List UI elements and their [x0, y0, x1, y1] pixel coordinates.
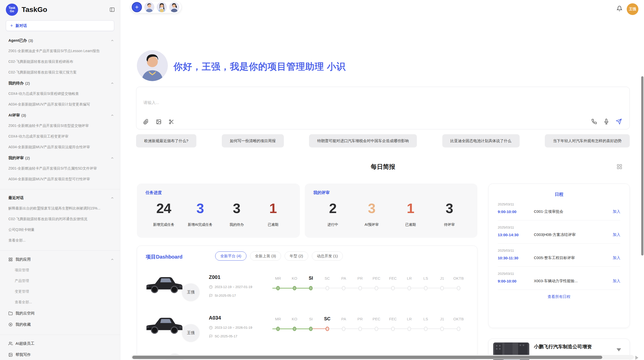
task-item[interactable]: Z001-全新燃油轻卡产品开发项目SI造型提交物评审 [0, 121, 120, 131]
scroll-right-arrow[interactable] [635, 356, 638, 360]
briefing-layout-icon[interactable] [617, 164, 622, 170]
chevron-up-icon[interactable] [110, 39, 114, 42]
milestone-node [358, 327, 362, 331]
chevron-up-icon[interactable] [110, 258, 114, 261]
new-chat-button[interactable]: + 新对话 [6, 20, 114, 31]
recent-chat-item[interactable]: 解释最新出台的欧盟报废车法规再生塑料比例被调到15%... [0, 203, 120, 214]
milestone-node-done [276, 286, 280, 290]
schedule-time: 9:00-10:00 [498, 209, 534, 214]
composer-attachments [143, 119, 174, 125]
project-row[interactable]: 王强 A034 2023-12-19 ~ 2026-01-19 SC-2025-… [137, 311, 477, 352]
image-upload-icon[interactable] [156, 119, 162, 125]
task-item[interactable]: Z001-全新燃油皮卡产品开发项目SI节点Lesson Learn报告 [0, 46, 120, 56]
stat-value: 1 [391, 199, 430, 217]
tab-model-year[interactable]: 年型 (2) [285, 251, 308, 261]
app-item-product-mgmt[interactable]: 产品管理 [0, 276, 120, 286]
assistant-avatar-2[interactable] [157, 2, 167, 12]
project-next-milestone: SC-2025-05-17 [209, 334, 237, 338]
milestone-node [407, 286, 411, 290]
join-meeting-link[interactable]: 加入 [613, 232, 620, 237]
tab-powertrain[interactable]: 动总开发 (1) [312, 251, 343, 261]
task-item[interactable]: C02-飞腾新能源轻客改款项目里程碑画布 [0, 56, 120, 67]
chevron-up-icon[interactable] [110, 196, 114, 200]
sidebar-item-my-favorites[interactable]: 我的收藏 [0, 319, 120, 330]
vertical-scrollbar-thumb[interactable] [641, 76, 643, 256]
assistant-avatar-1[interactable] [144, 2, 154, 12]
recent-chats-header[interactable]: 最近对话 [0, 192, 120, 203]
recent-view-all-link[interactable]: 查看全部... [0, 235, 120, 246]
sidebar-collapse-icon[interactable] [109, 7, 115, 12]
task-item[interactable]: C0X4-动力总成开发项目工程变更评审 [0, 131, 120, 142]
sidebar-item-help-write[interactable]: 帮我写作 [0, 349, 120, 360]
card-title: 我的评审 [313, 190, 469, 196]
task-item[interactable]: A034-全新新能源MUV产品开发项目计划变更表编写 [0, 99, 120, 110]
my-apps-label: 我的应用 [16, 257, 108, 262]
stat-in-progress: 2 进行中 [313, 199, 352, 227]
milestone-timeline: MR KO SI SC PA PR PEC FEC LR LS J1 OKTB [270, 315, 467, 333]
suggestion-chip[interactable]: 比亚迪全固态电池计划具体说了什么 [442, 134, 520, 147]
suggestion-chip[interactable]: 如何写一份清晰的项目周报 [222, 134, 284, 147]
sidebar-item-my-cloud[interactable]: 我的云空间 [0, 308, 120, 319]
join-meeting-link[interactable]: 加入 [613, 279, 620, 283]
tab-new-platform[interactable]: 全新平台 (4) [215, 251, 246, 261]
milestone-node [440, 286, 444, 290]
recent-chat-item[interactable]: 公司Q3轻卡销量 [0, 224, 120, 235]
suggestion-chip[interactable]: 当下年轻人对汽车外观有怎样的喜好趋势 [545, 134, 630, 147]
task-item[interactable]: C02-飞腾新能源轻客改款项目立项汇报方案 [0, 67, 120, 78]
card-title: 任务进度 [145, 190, 291, 196]
chevron-up-icon[interactable] [110, 113, 114, 117]
task-item[interactable]: A034-全新新能源MUV产品开发项目法规符合性评审 [0, 142, 120, 153]
assistant-avatar-3[interactable] [169, 2, 179, 12]
milestone-node [391, 327, 395, 331]
app-item-project-mgmt[interactable]: 项目管理 [0, 265, 120, 276]
group-header-ai-review[interactable]: AI评审 (3) [0, 110, 120, 121]
task-item[interactable]: Z001-全新燃油轻卡产品开发项目SI节点属性5D文件评审 [0, 163, 120, 174]
stat-ai-done: 3 新增AI完成任务 [182, 199, 218, 227]
suggestion-chips: 欧洲新规最近颁布了什么? 如何写一份清晰的项目周报 特朗普可能对进口汽车增税会对… [136, 134, 630, 147]
schedule-item: 2025/03/11 13:00-14:30 C003|H0B-方案冻结评审 加… [498, 220, 620, 244]
milestone-label: SI [309, 317, 313, 321]
chevron-up-icon[interactable] [110, 156, 114, 160]
schedule-event-title: X003-车辆动力学性能验... [534, 279, 613, 283]
join-meeting-link[interactable]: 加入 [613, 209, 620, 214]
milestone-label-current: SC [324, 316, 330, 322]
app-item-change-mgmt[interactable]: 变更管理 [0, 286, 120, 297]
clock-icon [209, 285, 213, 289]
project-row[interactable]: 王强 Z001 2023-12-19 ~ 2027-01-19 SI-2025-… [137, 270, 477, 311]
microphone-icon[interactable] [604, 119, 609, 124]
milestone-timeline: MR KO SI SC PA PR PEC FEC LR LS J1 OKTB [270, 274, 467, 292]
schedule-date: 2025/03/11 [498, 272, 620, 276]
chevron-up-icon[interactable] [110, 81, 114, 85]
apps-view-all-link[interactable]: 查看全部... [0, 297, 120, 308]
milestone-node-done [276, 327, 280, 331]
add-assistant-button[interactable]: + [132, 2, 142, 12]
flag-icon [209, 335, 213, 338]
tab-new-body[interactable]: 全新上装 (3) [250, 251, 281, 261]
recent-chat-item[interactable]: C02-飞腾新能源轻客改款项目的闭环通告反馈情况 [0, 214, 120, 224]
suggestion-chip[interactable]: 特朗普可能对进口汽车增税会对中国车企造成哪些影响 [309, 134, 417, 147]
group-header-my-review[interactable]: 我的评审 (2) [0, 153, 120, 163]
sidebar-item-ai-employee[interactable]: AI超级员工 [0, 338, 120, 349]
horizontal-scrollbar-thumb[interactable] [132, 356, 602, 359]
group-header-my-todo[interactable]: 我的待办 (2) [0, 78, 120, 88]
scissors-icon[interactable] [169, 119, 174, 125]
user-avatar[interactable]: 王强 [627, 3, 638, 15]
join-meeting-link[interactable]: 加入 [613, 256, 620, 260]
sidebar-item-my-apps[interactable]: 我的应用 [0, 254, 120, 265]
task-item[interactable]: A034-全新新能源MUV产品开发项目造型可行性评审 [0, 174, 120, 185]
scroll-down-arrow[interactable] [617, 348, 621, 351]
phone-call-icon[interactable] [591, 119, 597, 124]
task-item[interactable]: C0X4-动力总成开发项目SI里程碑提交物检查 [0, 88, 120, 99]
group-header-agent-done[interactable]: Agent已办 (3) [0, 35, 120, 46]
star-badge-icon [8, 322, 13, 327]
notifications-bell-icon[interactable] [617, 6, 622, 11]
milestone-label: FEC [389, 317, 397, 321]
chat-input[interactable] [143, 100, 525, 115]
project-date-range: 2023-12-19 ~ 2027-01-19 [215, 285, 252, 289]
paperclip-icon[interactable] [143, 119, 149, 125]
view-all-schedule-link[interactable]: 查看所有日程 [498, 294, 620, 299]
suggestion-chip[interactable]: 欧洲新规最近颁布了什么? [136, 134, 196, 147]
composer-actions [591, 118, 622, 125]
send-icon[interactable] [616, 118, 622, 125]
project-dates: 2023-12-19 ~ 2026-01-19 [209, 326, 252, 329]
